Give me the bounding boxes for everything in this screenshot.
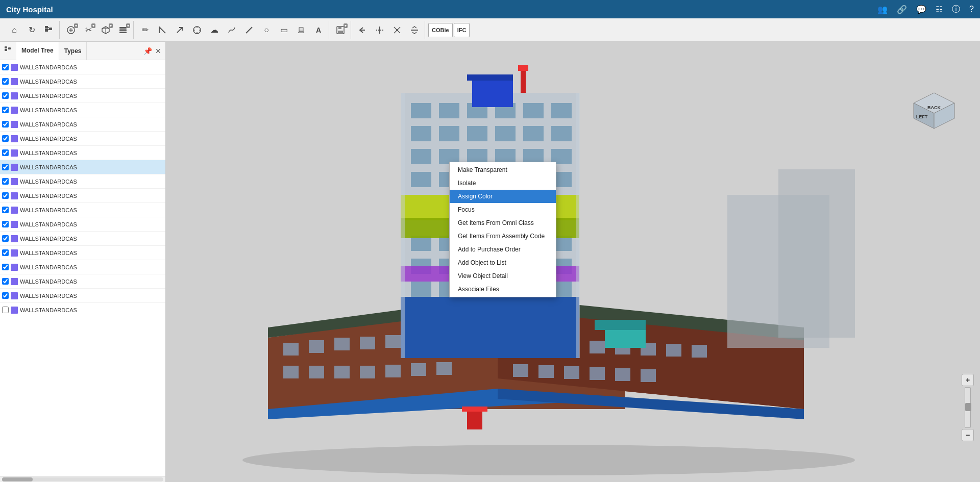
ctx-associate-files[interactable]: Associate Files — [450, 283, 556, 296]
ctx-isolate[interactable]: Isolate — [450, 176, 556, 190]
line-button[interactable] — [241, 22, 257, 38]
zoom-slider-track[interactable] — [965, 387, 971, 428]
svg-rect-120 — [401, 297, 579, 358]
tree-button[interactable] — [41, 22, 57, 38]
tree-item[interactable]: WALLSTANDARDCAS — [0, 146, 165, 160]
tab-model-tree[interactable]: Model Tree — [16, 42, 59, 60]
svg-rect-54 — [436, 362, 452, 375]
svg-rect-87 — [551, 126, 572, 141]
ctx-add-object-list[interactable]: Add Object to List — [450, 256, 556, 269]
tree-item-checkbox[interactable] — [2, 135, 9, 142]
zoom-in-button[interactable]: + — [962, 374, 974, 386]
tree-item[interactable]: WALLSTANDARDCAS — [0, 274, 165, 289]
layers-button[interactable]: ▾ — [115, 22, 131, 38]
panel-horizontal-scrollbar[interactable] — [0, 476, 165, 482]
grid-icon[interactable]: ☷ — [936, 5, 943, 14]
tree-item[interactable]: WALLSTANDARDCAS — [0, 260, 165, 274]
ctx-add-purchase-order[interactable]: Add to Purchase Order — [450, 243, 556, 256]
viewport[interactable]: BACK LEFT + − Make Transparent Isolate A… — [166, 42, 980, 482]
chat-icon[interactable]: 💬 — [916, 5, 926, 14]
home-button[interactable]: ⌂ — [6, 22, 22, 38]
text-button[interactable]: A — [310, 22, 327, 38]
scissors-button[interactable]: ✂▾ — [80, 22, 96, 38]
tree-item[interactable]: WALLSTANDARDCAS — [0, 289, 165, 303]
tree-list[interactable]: WALLSTANDARDCASWALLSTANDARDCASWALLSTANDA… — [0, 60, 165, 476]
close-panel-button[interactable]: ✕ — [155, 47, 161, 55]
tree-item[interactable]: WALLSTANDARDCAS — [0, 174, 165, 189]
tree-item-checkbox[interactable] — [2, 92, 9, 99]
tree-item[interactable]: WALLSTANDARDCAS — [0, 303, 165, 317]
tree-item-checkbox[interactable] — [2, 178, 9, 185]
ctx-get-items-assembly[interactable]: Get Items From Assembly Code — [450, 230, 556, 243]
cube-button[interactable]: ▾ — [97, 22, 114, 38]
tree-item[interactable]: WALLSTANDARDCAS — [0, 217, 165, 232]
arrow-button[interactable] — [172, 22, 188, 38]
tree-item[interactable]: WALLSTANDARDCAS — [0, 189, 165, 203]
compass-button[interactable] — [189, 22, 205, 38]
svg-rect-0 — [45, 26, 48, 29]
freehand-button[interactable] — [224, 22, 240, 38]
tree-item-checkbox[interactable] — [2, 192, 9, 199]
svg-rect-24 — [338, 31, 343, 34]
back-view-button[interactable] — [354, 22, 371, 38]
tree-item[interactable]: WALLSTANDARDCAS — [0, 117, 165, 132]
tree-item[interactable]: WALLSTANDARDCAS — [0, 103, 165, 117]
angle-button[interactable] — [154, 22, 170, 38]
tree-item-checkbox[interactable] — [2, 64, 9, 70]
tree-item[interactable]: WALLSTANDARDCAS — [0, 160, 165, 174]
ifc-button[interactable]: IFC — [454, 23, 470, 37]
tree-item[interactable]: WALLSTANDARDCAS — [0, 203, 165, 217]
ctx-get-items-omni[interactable]: Get Items From Omni Class — [450, 216, 556, 230]
help-icon[interactable]: ? — [969, 5, 974, 14]
save-button[interactable]: ▾ — [332, 22, 349, 38]
tree-item[interactable]: WALLSTANDARDCAS — [0, 89, 165, 103]
explode-button[interactable] — [389, 22, 405, 38]
tree-item[interactable]: WALLSTANDARDCAS — [0, 74, 165, 89]
rect-button[interactable]: ▭ — [276, 22, 292, 38]
network-icon[interactable]: 🔗 — [897, 5, 907, 14]
ctx-make-transparent[interactable]: Make Transparent — [450, 163, 556, 176]
tree-item-checkbox[interactable] — [2, 149, 9, 156]
info-icon[interactable]: ⓘ — [952, 4, 960, 15]
ctx-assign-color[interactable]: Assign Color — [450, 190, 556, 203]
tree-item[interactable]: WALLSTANDARDCAS — [0, 232, 165, 246]
tree-item-checkbox[interactable] — [2, 164, 9, 170]
people-icon[interactable]: 👥 — [877, 5, 888, 14]
circle-button[interactable]: ○ — [258, 22, 275, 38]
toolbar-group-formats: COBie IFC — [426, 21, 472, 39]
tree-item-checkbox[interactable] — [2, 207, 9, 213]
cloud-button[interactable]: ☁ — [206, 22, 223, 38]
tree-item-checkbox[interactable] — [2, 249, 9, 256]
tree-item-checkbox[interactable] — [2, 78, 9, 85]
navigation-cube[interactable]: BACK LEFT — [909, 88, 949, 129]
zoom-out-button[interactable]: − — [962, 429, 974, 441]
highlight-button[interactable] — [293, 22, 309, 38]
tree-item[interactable]: WALLSTANDARDCAS — [0, 60, 165, 74]
tree-item-checkbox[interactable] — [2, 292, 9, 299]
section-button[interactable] — [406, 22, 423, 38]
clip-button[interactable] — [372, 22, 388, 38]
app-header: City Hospital 👥 🔗 💬 ☷ ⓘ ? — [0, 0, 980, 18]
ctx-view-object-detail[interactable]: View Object Detail — [450, 269, 556, 283]
svg-rect-50 — [334, 366, 350, 378]
tree-item[interactable]: WALLSTANDARDCAS — [0, 132, 165, 146]
tree-item[interactable]: WALLSTANDARDCAS — [0, 246, 165, 260]
tree-item-checkbox[interactable] — [2, 121, 9, 128]
tree-item-checkbox[interactable] — [2, 235, 9, 242]
svg-rect-124 — [518, 65, 528, 71]
svg-rect-121 — [472, 77, 513, 107]
tree-item-checkbox[interactable] — [2, 221, 9, 227]
refresh-button[interactable]: ↻ — [23, 22, 40, 38]
cobie-button[interactable]: COBie — [428, 23, 453, 37]
edit-button[interactable]: ▾ — [63, 22, 79, 38]
tree-item-checkbox[interactable] — [2, 264, 9, 270]
tree-item-checkbox[interactable] — [2, 107, 9, 113]
tab-types[interactable]: Types — [59, 42, 87, 60]
svg-rect-53 — [411, 363, 426, 376]
pencil-button[interactable]: ✏ — [137, 22, 153, 38]
pin-button[interactable]: 📌 — [143, 47, 152, 55]
ctx-focus[interactable]: Focus — [450, 203, 556, 216]
tree-item-checkbox[interactable] — [2, 307, 9, 313]
tree-item-label: WALLSTANDARDCAS — [20, 164, 77, 170]
tree-item-checkbox[interactable] — [2, 278, 9, 285]
